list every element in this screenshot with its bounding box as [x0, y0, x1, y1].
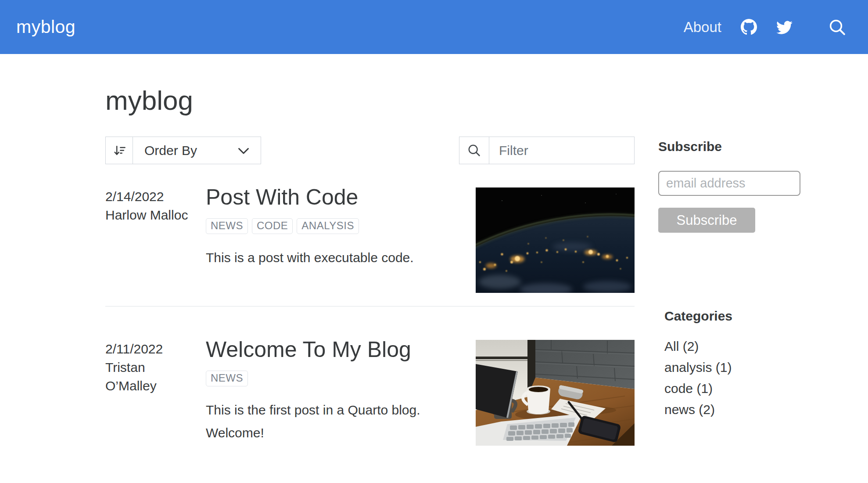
subscribe-button[interactable]: Subscribe	[658, 208, 755, 233]
categories-heading: Categories	[664, 308, 800, 324]
tag-badge[interactable]: NEWS	[206, 218, 248, 234]
post-meta: 2/11/2022 Tristan O’Malley	[105, 340, 206, 395]
post-author: Harlow Malloc	[105, 206, 188, 224]
category-link-news[interactable]: news (2)	[664, 402, 715, 417]
order-by-label: Order By	[144, 143, 197, 158]
tag-badge[interactable]: ANALYSIS	[297, 218, 359, 234]
post-item: 2/14/2022 Harlow Malloc Post With Code N…	[105, 187, 635, 293]
subscribe-heading: Subscribe	[658, 138, 800, 155]
category-item: code (1)	[664, 378, 800, 399]
post-date: 2/11/2022	[105, 340, 188, 358]
twitter-icon[interactable]	[776, 19, 793, 35]
post-title-link[interactable]: Post With Code	[206, 185, 358, 209]
listing-controls: Order By	[105, 137, 635, 164]
listing-main: myblog Order By	[105, 54, 635, 446]
post-meta: 2/14/2022 Harlow Malloc	[105, 187, 206, 224]
order-by-dropdown[interactable]: Order By	[105, 137, 261, 164]
category-item: news (2)	[664, 399, 800, 420]
github-icon[interactable]	[741, 19, 757, 35]
filter-input[interactable]	[489, 137, 634, 164]
category-link-code[interactable]: code (1)	[664, 381, 713, 396]
post-title: Welcome To My Blog	[206, 337, 476, 362]
sort-descending-icon	[106, 137, 133, 164]
page-title: myblog	[105, 54, 635, 115]
tag-badge[interactable]: CODE	[252, 218, 293, 234]
right-sidebar: Subscribe Subscribe Categories All (2) a…	[658, 138, 800, 420]
post-author: Tristan O’Malley	[105, 358, 188, 395]
post-date: 2/14/2022	[105, 187, 188, 206]
post-description: This is a post with executable code.	[206, 246, 442, 269]
post-body: Post With Code NEWS CODE ANALYSIS This i…	[206, 187, 476, 269]
post-thumbnail-earth-night-image[interactable]	[476, 187, 635, 293]
category-item: All (2)	[664, 336, 800, 357]
post-body: Welcome To My Blog NEWS This is the firs…	[206, 340, 476, 444]
email-field[interactable]	[658, 171, 800, 196]
search-icon[interactable]	[829, 18, 846, 36]
post-title: Post With Code	[206, 185, 476, 209]
about-link[interactable]: About	[684, 19, 721, 36]
filter-search-icon	[459, 137, 489, 164]
post-thumbnail-desk-image[interactable]	[476, 340, 635, 446]
chevron-down-icon	[238, 143, 249, 158]
category-item: analysis (1)	[664, 357, 800, 378]
post-item: 2/11/2022 Tristan O’Malley Welcome To My…	[105, 306, 635, 446]
category-list: All (2) analysis (1) code (1) news (2)	[664, 336, 800, 420]
post-description: This is the first post in a Quarto blog.…	[206, 399, 442, 444]
post-tags: NEWS CODE ANALYSIS	[206, 218, 476, 234]
filter-box	[459, 137, 635, 164]
post-list: 2/14/2022 Harlow Malloc Post With Code N…	[105, 187, 635, 446]
navbar-brand[interactable]: myblog	[16, 17, 75, 37]
category-link-all[interactable]: All (2)	[664, 339, 699, 353]
post-title-link[interactable]: Welcome To My Blog	[206, 337, 411, 362]
tag-badge[interactable]: NEWS	[206, 371, 248, 386]
categories-section: Categories All (2) analysis (1) code (1)…	[664, 308, 800, 420]
navbar-right: About	[684, 18, 846, 36]
category-link-analysis[interactable]: analysis (1)	[664, 360, 732, 375]
top-navbar: myblog About	[0, 0, 868, 54]
post-tags: NEWS	[206, 371, 476, 386]
